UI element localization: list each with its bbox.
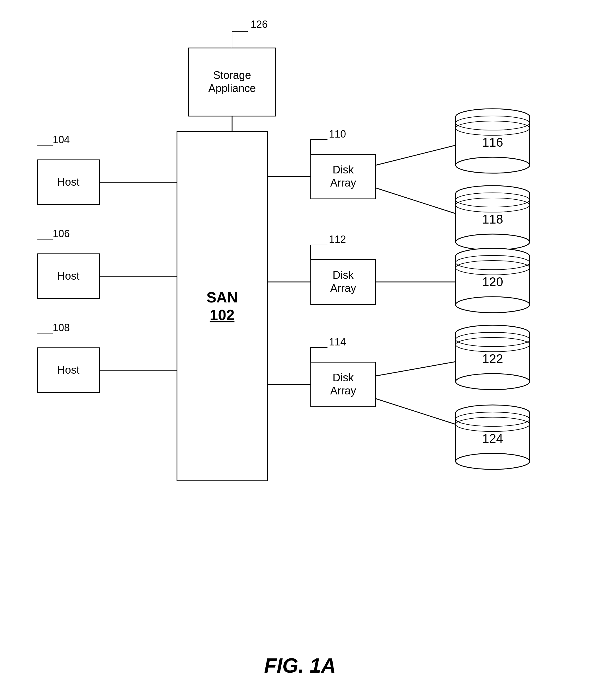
svg-text:118: 118 bbox=[482, 212, 503, 226]
disk-array-114-box: DiskArray bbox=[310, 362, 376, 407]
ref-126: 126 bbox=[251, 19, 268, 30]
svg-line-7 bbox=[376, 145, 456, 165]
svg-text:124: 124 bbox=[482, 431, 503, 445]
disk-118: 118 bbox=[453, 185, 532, 253]
svg-point-46 bbox=[456, 297, 530, 313]
ref-106: 106 bbox=[53, 228, 70, 240]
disk-array-112-box: DiskArray bbox=[310, 259, 376, 305]
host-106-box: Host bbox=[37, 253, 100, 299]
svg-line-11 bbox=[376, 399, 456, 424]
host-108-box: Host bbox=[37, 347, 100, 393]
ref-114: 114 bbox=[329, 336, 346, 348]
svg-line-8 bbox=[376, 188, 456, 214]
san-label: SAN bbox=[206, 289, 238, 305]
host-106-label: Host bbox=[57, 270, 79, 283]
san-number: 102 bbox=[206, 306, 238, 324]
host-104-label: Host bbox=[57, 176, 79, 189]
storage-appliance-label: Storage Appliance bbox=[189, 69, 275, 95]
host-104-box: Host bbox=[37, 159, 100, 205]
san-box: SAN 102 bbox=[177, 131, 268, 481]
ref-110: 110 bbox=[329, 128, 346, 140]
disk-array-114-label: DiskArray bbox=[330, 371, 356, 397]
disk-120: 120 bbox=[453, 248, 532, 316]
ref-104: 104 bbox=[53, 134, 70, 146]
host-108-label: Host bbox=[57, 364, 79, 377]
ref-112: 112 bbox=[329, 233, 346, 246]
svg-text:120: 120 bbox=[482, 275, 503, 289]
figure-label: FIG. 1A bbox=[264, 654, 336, 677]
storage-appliance-box: Storage Appliance bbox=[188, 48, 276, 117]
svg-point-30 bbox=[456, 157, 530, 173]
svg-point-54 bbox=[456, 374, 530, 390]
svg-text:122: 122 bbox=[482, 352, 503, 366]
ref-108: 108 bbox=[53, 322, 70, 334]
disk-122: 122 bbox=[453, 325, 532, 393]
disk-array-112-label: DiskArray bbox=[330, 269, 356, 295]
disk-116: 116 bbox=[453, 108, 532, 177]
svg-text:116: 116 bbox=[482, 135, 503, 149]
svg-point-62 bbox=[456, 453, 530, 469]
disk-array-110-label: DiskArray bbox=[330, 164, 356, 190]
svg-line-10 bbox=[376, 362, 456, 376]
disk-array-110-box: DiskArray bbox=[310, 154, 376, 199]
disk-124: 124 bbox=[453, 404, 532, 473]
